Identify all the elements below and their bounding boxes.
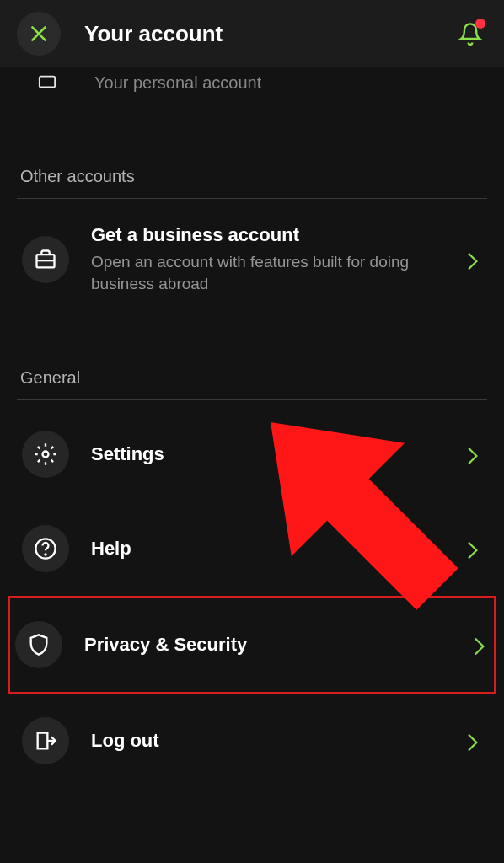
personal-account-label: Your personal account [94,73,261,93]
personal-account-row[interactable]: Your personal account [17,66,487,111]
privacy-security-text: Privacy & Security [84,634,474,656]
svg-rect-2 [40,77,55,88]
gear-icon-circle [22,431,69,478]
briefcase-icon-circle [22,236,69,283]
page-title: Your account [84,21,453,47]
help-text: Help [91,538,467,560]
shield-icon [27,633,51,657]
briefcase-icon [34,248,57,271]
close-icon [28,23,50,45]
chevron-right-icon [467,541,482,556]
section-other-accounts-label: Other accounts [17,167,487,186]
notification-dot [475,19,485,29]
logout-icon [34,729,57,753]
content: Your personal account Other accounts Get… [0,66,504,788]
logout-row[interactable]: Log out [17,694,487,788]
gear-icon [34,442,57,466]
settings-text: Settings [91,443,467,465]
logout-text: Log out [91,730,467,752]
logout-icon-circle [22,717,69,764]
shield-icon-circle [15,621,62,668]
chevron-right-icon [467,447,482,462]
chevron-right-icon [467,733,482,748]
settings-row[interactable]: Settings [17,407,487,501]
close-button[interactable] [17,12,61,56]
business-account-row[interactable]: Get a business account Open an account w… [17,206,487,313]
chevron-right-icon [467,252,482,267]
header: Your account [0,0,504,67]
help-label: Help [91,538,467,560]
business-account-title: Get a business account [91,224,467,246]
business-account-text: Get a business account Open an account w… [91,224,467,294]
chevron-right-icon [474,637,489,652]
divider [17,399,487,400]
section-general-label: General [17,368,487,388]
logout-label: Log out [91,730,467,752]
privacy-security-row[interactable]: Privacy & Security [8,596,496,694]
divider [17,198,487,199]
svg-point-5 [43,452,49,458]
person-icon [25,66,69,99]
privacy-security-label: Privacy & Security [84,634,474,656]
business-account-subtitle: Open an account with features built for … [91,251,467,294]
settings-label: Settings [91,443,467,465]
svg-point-7 [45,555,46,555]
help-row[interactable]: Help [17,501,487,596]
help-icon-circle [22,525,69,572]
help-icon [34,537,57,560]
notifications-button[interactable] [453,17,487,51]
